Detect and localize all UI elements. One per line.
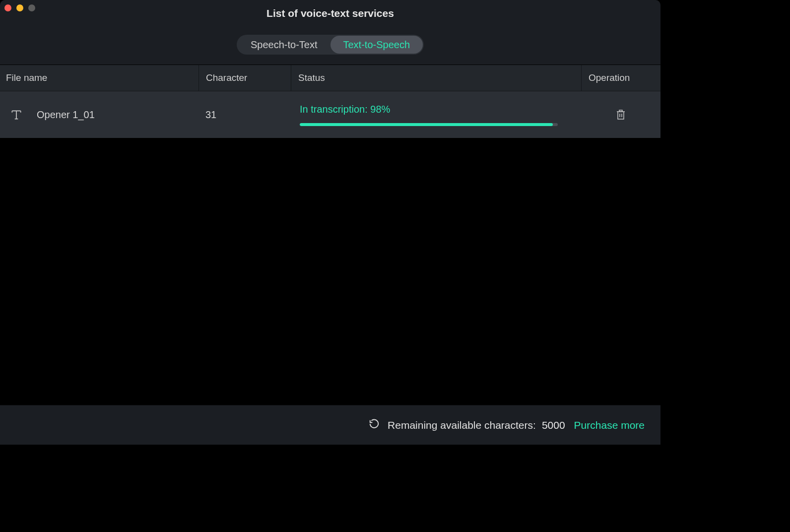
tab-group: Speech-to-Text Text-to-Speech — [237, 35, 424, 55]
column-header-operation: Operation — [581, 65, 660, 91]
column-header-character-label: Character — [206, 72, 247, 83]
tab-speech-to-text[interactable]: Speech-to-Text — [238, 36, 330, 54]
file-name-text: Opener 1_01 — [37, 109, 95, 121]
app-window: List of voice-text services Speech-to-Te… — [0, 0, 660, 445]
progress-fill — [300, 123, 553, 126]
column-header-status-label: Status — [298, 72, 325, 83]
progress-bar — [300, 123, 558, 126]
column-header-character: Character — [198, 65, 291, 91]
close-window-button[interactable] — [4, 4, 11, 11]
tab-bar: Speech-to-Text Text-to-Speech — [0, 25, 660, 65]
empty-table-area — [0, 138, 660, 405]
text-file-icon — [10, 108, 23, 121]
column-header-operation-label: Operation — [589, 72, 630, 83]
footer-bar: Remaining available characters: 5000 Pur… — [0, 405, 660, 445]
character-count: 31 — [205, 109, 216, 121]
column-header-file-name: File name — [0, 72, 198, 83]
table-header-row: File name Character Status Operation — [0, 65, 660, 91]
remaining-characters-label: Remaining available characters: — [388, 419, 536, 431]
remaining-characters-count: 5000 — [542, 419, 565, 431]
window-title: List of voice-text services — [266, 7, 394, 19]
main-content: File name Character Status Operation Ope… — [0, 65, 660, 445]
tab-text-to-speech[interactable]: Text-to-Speech — [330, 36, 423, 54]
column-header-status: Status — [291, 65, 581, 91]
window-controls — [4, 4, 35, 11]
cell-file-name: Opener 1_01 — [0, 91, 198, 138]
refresh-icon[interactable] — [369, 418, 380, 432]
cell-character: 31 — [198, 91, 291, 138]
cell-operation — [581, 91, 660, 138]
table-row: Opener 1_01 31 In transcription: 98% — [0, 91, 660, 138]
cell-status: In transcription: 98% — [291, 91, 581, 138]
purchase-more-link[interactable]: Purchase more — [574, 419, 645, 431]
maximize-window-button — [28, 4, 35, 11]
delete-button[interactable] — [615, 109, 627, 121]
minimize-window-button[interactable] — [16, 4, 23, 11]
status-text: In transcription: 98% — [300, 104, 581, 115]
titlebar: List of voice-text services — [0, 0, 660, 25]
